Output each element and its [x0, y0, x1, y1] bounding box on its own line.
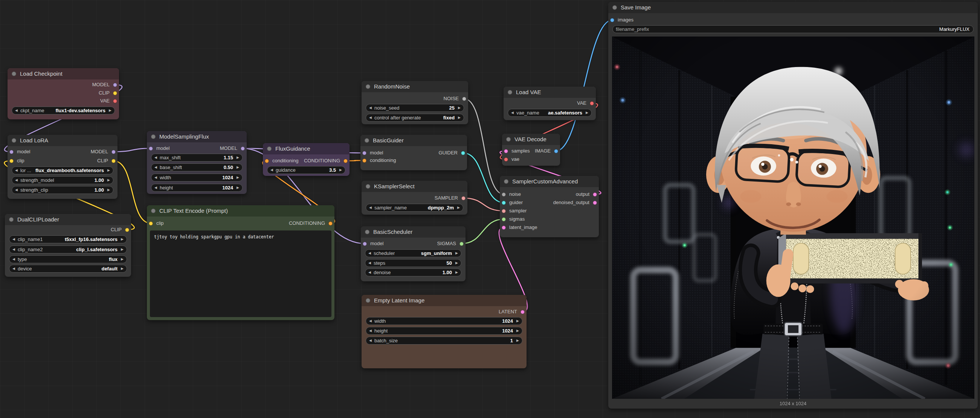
widget-lor-[interactable]: ◀lor ...flux_dreambooth.safetensors▶	[12, 167, 113, 174]
collapse-dot-icon[interactable]	[366, 84, 370, 89]
increment-arrow-icon[interactable]: ▶	[107, 178, 110, 182]
node-load-checkpoint[interactable]: Load CheckpointMODELCLIPVAE◀ckpt_nameflu…	[8, 68, 119, 119]
collapse-dot-icon[interactable]	[366, 184, 370, 189]
increment-arrow-icon[interactable]: ▶	[109, 109, 111, 112]
increment-arrow-icon[interactable]: ▶	[121, 257, 124, 261]
widget-steps[interactable]: ◀steps50▶	[365, 259, 461, 267]
node-header[interactable]: Save Image	[608, 2, 978, 13]
GUIDER-output-port[interactable]	[461, 151, 465, 155]
increment-arrow-icon[interactable]: ▶	[121, 248, 124, 251]
collapse-dot-icon[interactable]	[365, 230, 369, 234]
widget-max-shift[interactable]: ◀max_shift1.15▶	[151, 154, 243, 162]
node-save-image[interactable]: Save Imageimagesfilename_prefixMarkuryFL…	[608, 2, 978, 408]
widget-base-shift[interactable]: ◀base_shift0.50▶	[151, 164, 243, 171]
decrement-arrow-icon[interactable]: ◀	[511, 111, 514, 114]
increment-arrow-icon[interactable]: ▶	[237, 176, 239, 179]
vae-input-port[interactable]	[504, 157, 508, 162]
increment-arrow-icon[interactable]: ▶	[237, 156, 239, 159]
node-header[interactable]: Load LoRA	[8, 135, 118, 146]
collapse-dot-icon[interactable]	[508, 90, 512, 95]
collapse-dot-icon[interactable]	[267, 146, 272, 151]
decrement-arrow-icon[interactable]: ◀	[369, 339, 372, 342]
node-load-vae[interactable]: Load VAEVAE◀vae_nameae.safetensors▶	[504, 87, 596, 120]
node-empty-latent-image[interactable]: Empty Latent ImageLATENT◀width1024▶◀heig…	[361, 295, 527, 368]
node-header[interactable]: BasicScheduler	[361, 226, 466, 238]
clip-input-port[interactable]	[149, 221, 153, 226]
collapse-dot-icon[interactable]	[612, 5, 617, 10]
increment-arrow-icon[interactable]: ▶	[458, 116, 461, 119]
node-model-sampling-flux[interactable]: ModelSamplingFluxmodelMODEL◀max_shift1.1…	[147, 131, 247, 194]
increment-arrow-icon[interactable]: ▶	[455, 271, 458, 274]
decrement-arrow-icon[interactable]: ◀	[369, 329, 372, 332]
node-flux-guidance[interactable]: FluxGuidanceconditioningCONDITIONING◀gui…	[263, 143, 350, 176]
collapse-dot-icon[interactable]	[151, 209, 156, 213]
decrement-arrow-icon[interactable]: ◀	[368, 251, 371, 255]
node-header[interactable]: Load Checkpoint	[8, 68, 119, 79]
node-header[interactable]: BasicGuider	[360, 135, 467, 146]
images-input-port[interactable]	[610, 18, 614, 22]
node-header[interactable]: RandomNoise	[361, 81, 468, 92]
decrement-arrow-icon[interactable]: ◀	[154, 166, 157, 169]
widget-sampler-name[interactable]: ◀sampler_namedpmpp_2m▶	[366, 204, 463, 211]
decrement-arrow-icon[interactable]: ◀	[15, 188, 18, 192]
decrement-arrow-icon[interactable]: ◀	[13, 248, 15, 251]
samples-input-port[interactable]	[504, 149, 508, 153]
LATENT-output-port[interactable]	[520, 310, 525, 314]
SIGMAS-output-port[interactable]	[460, 242, 464, 246]
node-header[interactable]: KSamplerSelect	[361, 181, 468, 192]
collapse-dot-icon[interactable]	[504, 179, 509, 184]
increment-arrow-icon[interactable]: ▶	[516, 329, 519, 332]
collapse-dot-icon[interactable]	[506, 137, 511, 141]
collapse-dot-icon[interactable]	[12, 72, 16, 76]
decrement-arrow-icon[interactable]: ◀	[369, 116, 372, 119]
decrement-arrow-icon[interactable]: ◀	[154, 176, 157, 179]
widget-ckpt-name[interactable]: ◀ckpt_nameflux1-dev.safetensors▶	[12, 106, 115, 114]
node-random-noise[interactable]: RandomNoiseNOISE◀noise_seed25▶◀control a…	[361, 81, 468, 124]
output-output-port[interactable]	[593, 192, 597, 197]
noise-input-port[interactable]	[502, 192, 506, 197]
widget-control-after-generate[interactable]: ◀control after generatefixed▶	[366, 114, 464, 122]
model-input-port[interactable]	[363, 242, 367, 246]
widget-filename-prefix[interactable]: filename_prefixMarkuryFLUX	[612, 25, 974, 33]
decrement-arrow-icon[interactable]: ◀	[13, 238, 15, 241]
model-input-port[interactable]	[149, 146, 153, 151]
widget-clip-name1[interactable]: ◀clip_name1t5xxl_fp16.safetensors▶	[9, 235, 127, 243]
MODEL-output-port[interactable]	[111, 150, 116, 154]
CLIP-output-port[interactable]	[125, 228, 129, 232]
increment-arrow-icon[interactable]: ▶	[455, 261, 458, 265]
node-header[interactable]: VAE Decode	[502, 134, 560, 145]
increment-arrow-icon[interactable]: ▶	[237, 166, 239, 169]
decrement-arrow-icon[interactable]: ◀	[15, 169, 18, 172]
increment-arrow-icon[interactable]: ▶	[455, 251, 458, 255]
sigmas-input-port[interactable]	[502, 217, 506, 221]
node-load-lora[interactable]: Load LoRAmodelclipMODELCLIP◀lor ...flux_…	[8, 135, 118, 199]
widget-clip-name2[interactable]: ◀clip_name2clip_l.safetensors▶	[9, 246, 127, 253]
conditioning-input-port[interactable]	[265, 159, 269, 163]
increment-arrow-icon[interactable]: ▶	[339, 168, 342, 172]
widget-width[interactable]: ◀width1024▶	[151, 173, 243, 181]
decrement-arrow-icon[interactable]: ◀	[154, 156, 157, 159]
SAMPLER-output-port[interactable]	[461, 196, 466, 200]
CLIP-output-port[interactable]	[111, 159, 116, 163]
increment-arrow-icon[interactable]: ▶	[107, 188, 110, 192]
node-vae-decode[interactable]: VAE DecodesamplesvaeIMAGE	[502, 134, 560, 166]
widget-noise-seed[interactable]: ◀noise_seed25▶	[366, 104, 464, 112]
clip-input-port[interactable]	[10, 159, 14, 163]
increment-arrow-icon[interactable]: ▶	[457, 206, 460, 209]
decrement-arrow-icon[interactable]: ◀	[15, 109, 18, 112]
increment-arrow-icon[interactable]: ▶	[585, 111, 588, 114]
collapse-dot-icon[interactable]	[364, 138, 369, 143]
collapse-dot-icon[interactable]	[12, 138, 16, 143]
CONDITIONING-output-port[interactable]	[328, 221, 332, 226]
widget-guidance[interactable]: ◀guidance3.5▶	[267, 166, 345, 174]
node-header[interactable]: Load VAE	[504, 87, 596, 98]
increment-arrow-icon[interactable]: ▶	[107, 169, 110, 172]
VAE-output-port[interactable]	[113, 99, 117, 103]
decrement-arrow-icon[interactable]: ◀	[270, 168, 273, 172]
denoised_output-output-port[interactable]	[593, 201, 597, 205]
widget-strength-clip[interactable]: ◀strength_clip1.00▶	[12, 186, 113, 194]
collapse-dot-icon[interactable]	[151, 134, 156, 139]
decrement-arrow-icon[interactable]: ◀	[369, 106, 372, 110]
decrement-arrow-icon[interactable]: ◀	[13, 257, 15, 261]
widget-height[interactable]: ◀height1024▶	[151, 184, 243, 192]
